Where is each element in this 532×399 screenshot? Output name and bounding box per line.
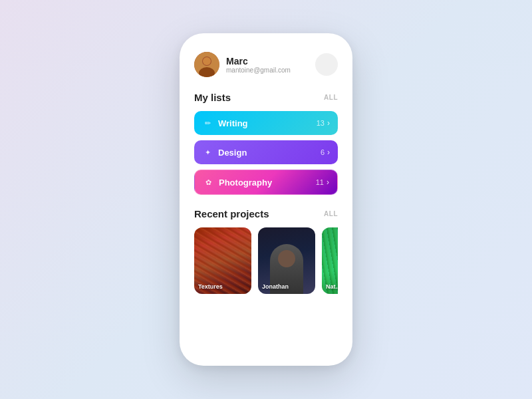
design-count: 6	[321, 148, 325, 156]
list-item-design-left: ✦ Design	[202, 147, 247, 158]
writing-icon: ✏	[202, 118, 213, 128]
writing-chevron-icon: ›	[327, 118, 330, 128]
nature-label: Nat...	[326, 283, 338, 290]
my-lists-header: My lists ALL	[194, 92, 338, 103]
svg-point-3	[203, 57, 211, 65]
design-chevron-icon: ›	[327, 148, 330, 157]
profile-name: Marc	[226, 56, 291, 66]
profile-section: Marc mantoine@gmail.com	[194, 52, 338, 77]
list-items-container: ✏ Writing 13 › ✦ Design 6 › ✿ Photograph	[194, 111, 338, 195]
jonathan-label: Jonathan	[262, 283, 289, 290]
list-item-design[interactable]: ✦ Design 6 ›	[194, 140, 338, 164]
photography-chevron-icon: ›	[327, 178, 329, 187]
profile-left: Marc mantoine@gmail.com	[194, 52, 291, 77]
recent-projects-header: Recent projects ALL	[194, 208, 338, 219]
list-item-writing[interactable]: ✏ Writing 13 ›	[194, 111, 338, 135]
project-card-nature[interactable]: Nat...	[322, 227, 338, 294]
avatar	[194, 52, 219, 77]
list-item-photography-left: ✿ Photography	[203, 177, 272, 188]
project-card-textures[interactable]: Textures	[194, 227, 251, 294]
textures-label: Textures	[198, 283, 223, 290]
list-item-writing-left: ✏ Writing	[202, 118, 248, 128]
photography-icon: ✿	[203, 177, 213, 188]
profile-info: Marc mantoine@gmail.com	[226, 56, 291, 74]
my-lists-title: My lists	[194, 92, 231, 103]
recent-projects-all[interactable]: ALL	[324, 210, 338, 217]
menu-toggle-button[interactable]	[315, 53, 338, 76]
writing-count: 13	[317, 119, 325, 127]
phone-shell: Marc mantoine@gmail.com My lists ALL ✏ W…	[180, 33, 352, 366]
my-lists-all[interactable]: ALL	[324, 94, 338, 101]
list-item-photography-right: 11 ›	[316, 178, 329, 187]
photography-label: Photography	[219, 178, 272, 188]
project-card-jonathan[interactable]: Jonathan	[258, 227, 315, 294]
projects-scroll: Textures Jonathan Nat...	[194, 227, 338, 294]
profile-email: mantoine@gmail.com	[226, 66, 291, 74]
list-item-writing-right: 13 ›	[317, 118, 330, 128]
writing-label: Writing	[218, 118, 248, 128]
design-label: Design	[218, 148, 247, 158]
recent-projects-title: Recent projects	[194, 208, 269, 219]
recent-projects-section: Recent projects ALL Textures Jonathan	[194, 208, 338, 347]
design-icon: ✦	[202, 147, 213, 158]
photography-count: 11	[316, 178, 324, 186]
list-item-design-right: 6 ›	[321, 148, 330, 157]
list-item-photography[interactable]: ✿ Photography 11 ›	[194, 170, 338, 195]
